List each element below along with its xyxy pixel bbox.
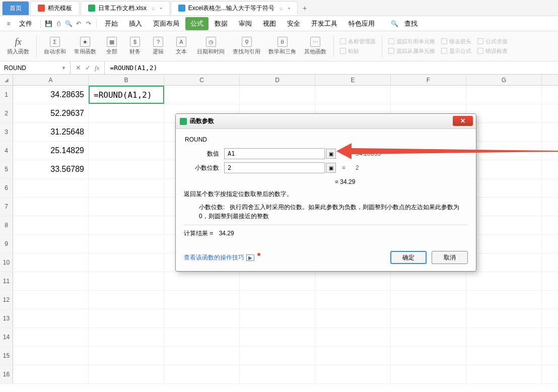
row-header[interactable]: 12: [0, 291, 13, 309]
row-header[interactable]: 11: [0, 272, 13, 290]
tab-home[interactable]: 首页: [2, 1, 29, 15]
row-header[interactable]: 5: [0, 160, 13, 178]
menu-search[interactable]: 查找: [399, 17, 423, 30]
range-picker-icon[interactable]: ▣: [326, 163, 336, 173]
cell[interactable]: [240, 365, 315, 383]
cell[interactable]: [13, 309, 89, 328]
cell[interactable]: [89, 253, 164, 272]
arg2-input[interactable]: [224, 162, 325, 173]
cell[interactable]: [89, 104, 164, 122]
undo-icon[interactable]: ↶: [74, 19, 83, 28]
cell[interactable]: [89, 160, 164, 178]
row-header[interactable]: 14: [0, 328, 13, 346]
cell[interactable]: [391, 272, 466, 290]
cell[interactable]: [391, 347, 466, 365]
save-icon[interactable]: 💾: [44, 19, 53, 28]
hamburger-icon[interactable]: ≡: [4, 19, 13, 28]
print-icon[interactable]: ⎙: [54, 19, 63, 28]
menu-dev[interactable]: 开发工具: [306, 17, 342, 30]
btn-paste[interactable]: 粘贴: [338, 47, 378, 55]
cell[interactable]: [466, 309, 542, 328]
cell[interactable]: [391, 365, 466, 383]
cell[interactable]: [240, 272, 315, 290]
col-header-e[interactable]: E: [315, 75, 391, 85]
row-header[interactable]: 15: [0, 347, 13, 365]
row-header[interactable]: 9: [0, 235, 13, 253]
tab-docer[interactable]: 稻壳模板: [30, 1, 80, 15]
tips-link[interactable]: 查看该函数的操作技巧 ▶: [184, 253, 259, 262]
preview-icon[interactable]: 🔍: [64, 19, 73, 28]
cell[interactable]: [240, 309, 315, 328]
cell[interactable]: [466, 235, 542, 253]
btn-common[interactable]: ★常用函数: [71, 36, 99, 56]
cell[interactable]: [391, 291, 466, 309]
cell[interactable]: [89, 198, 164, 216]
col-header-c[interactable]: C: [164, 75, 240, 85]
cell-b1-editing[interactable]: =ROUND(A1,2): [89, 86, 164, 104]
cell-a4[interactable]: 25.14829: [13, 142, 89, 160]
cell[interactable]: [240, 86, 315, 104]
btn-financial[interactable]: $财务: [124, 36, 146, 56]
row-header[interactable]: 10: [0, 253, 13, 272]
cell[interactable]: [391, 86, 466, 104]
close-button[interactable]: ✕: [453, 116, 473, 126]
cancel-icon[interactable]: ✕: [76, 64, 81, 72]
row-header[interactable]: 3: [0, 123, 13, 141]
cell[interactable]: [466, 142, 542, 160]
cancel-button[interactable]: 取消: [432, 251, 468, 264]
tab-article[interactable]: Excel表格怎...输入大于等于符号 ⌕ •: [171, 1, 298, 15]
cell[interactable]: [466, 291, 542, 309]
arg1-input[interactable]: [224, 148, 325, 159]
cell[interactable]: [89, 179, 164, 197]
row-header[interactable]: 7: [0, 198, 13, 216]
cell[interactable]: [315, 272, 391, 290]
cell[interactable]: [13, 365, 89, 383]
cell[interactable]: [315, 309, 391, 328]
range-picker-icon[interactable]: ▣: [326, 149, 336, 159]
row-header[interactable]: 6: [0, 179, 13, 197]
select-all-corner[interactable]: ◢: [0, 75, 13, 85]
confirm-icon[interactable]: ✓: [85, 64, 91, 72]
cell[interactable]: [391, 309, 466, 328]
cell[interactable]: [315, 86, 391, 104]
search-icon[interactable]: 🔍: [391, 20, 398, 27]
cell-a1[interactable]: 34.28635: [13, 86, 89, 104]
cell[interactable]: [466, 160, 542, 178]
row-header[interactable]: 13: [0, 309, 13, 328]
redo-icon[interactable]: ↷: [84, 19, 93, 28]
btn-text[interactable]: A文本: [171, 36, 192, 56]
cell[interactable]: [164, 86, 240, 104]
btn-lookup[interactable]: ⚲查找与引用: [230, 36, 263, 56]
dialog-title-bar[interactable]: 函数参数 ✕: [176, 114, 476, 129]
tab-add[interactable]: +: [299, 4, 311, 12]
cell[interactable]: [89, 272, 164, 290]
cell[interactable]: [240, 328, 315, 346]
cell[interactable]: [89, 328, 164, 346]
cell[interactable]: [164, 272, 240, 290]
btn-all[interactable]: ▦全部: [101, 36, 122, 56]
btn-insert-fn[interactable]: fx插入函数: [4, 36, 32, 56]
cell[interactable]: [89, 235, 164, 253]
menu-view[interactable]: 视图: [258, 17, 281, 30]
btn-logical[interactable]: ?逻辑: [148, 36, 169, 56]
cell[interactable]: [13, 198, 89, 216]
cell[interactable]: [164, 365, 240, 383]
col-header-f[interactable]: F: [391, 75, 466, 85]
cell[interactable]: [466, 272, 542, 290]
cell[interactable]: [466, 123, 542, 141]
btn-datetime[interactable]: ◷日期和时间: [194, 36, 228, 56]
cell[interactable]: [240, 347, 315, 365]
tab-current-doc[interactable]: 日常工作文档.xlsx ⌕ •: [81, 1, 170, 15]
cell[interactable]: [466, 328, 542, 346]
chevron-down-icon[interactable]: ▼: [61, 66, 66, 71]
menu-data[interactable]: 数据: [210, 17, 233, 30]
cell[interactable]: [13, 253, 89, 272]
col-header-b[interactable]: B: [89, 75, 164, 85]
ok-button[interactable]: 确定: [390, 251, 427, 264]
cell[interactable]: [164, 309, 240, 328]
name-box[interactable]: ROUND ▼: [0, 61, 71, 74]
cell[interactable]: [240, 291, 315, 309]
menu-file[interactable]: 文件: [14, 17, 37, 30]
cell[interactable]: [13, 272, 89, 290]
cell[interactable]: [164, 328, 240, 346]
